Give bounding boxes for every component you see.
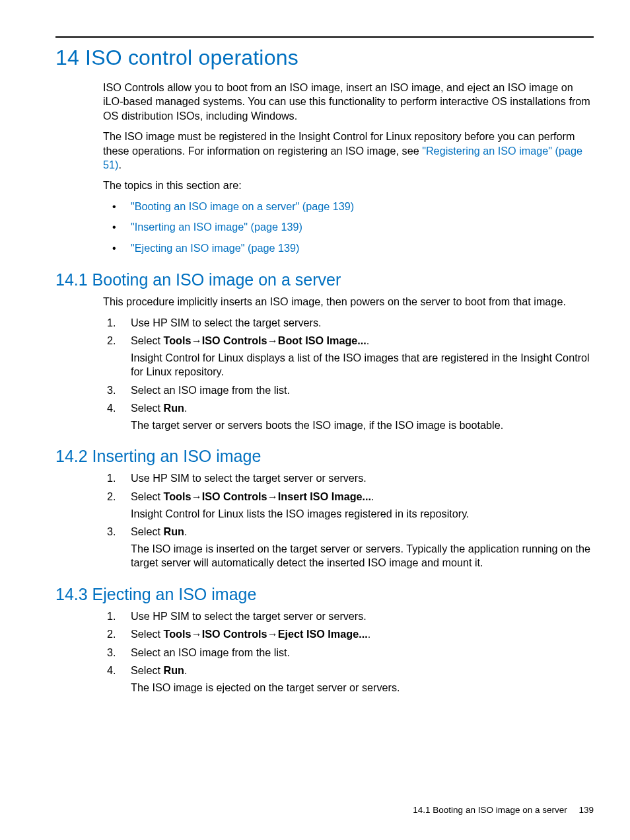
s3-step2-pre: Select xyxy=(131,628,164,640)
s2-step2-post: . xyxy=(371,490,374,502)
intro-para-3: The topics in this section are: xyxy=(103,178,594,192)
s1-step1-text: Use HP SIM to select the target servers. xyxy=(131,317,322,328)
s2-step-1: Use HP SIM to select the target server o… xyxy=(103,471,594,486)
s1-step4-sub: The target server or servers boots the I… xyxy=(131,418,594,433)
s3-step2-b3: Eject ISO Image... xyxy=(278,628,368,640)
s3-step4-sub: The ISO image is ejected on the target s… xyxy=(131,681,594,695)
s2-step2-b1: Tools xyxy=(164,490,192,502)
s2-step2-b3: Insert ISO Image... xyxy=(278,490,371,502)
link-toc-ejecting[interactable]: "Ejecting an ISO image" (page 139) xyxy=(131,242,299,254)
toc-list: "Booting an ISO image on a server" (page… xyxy=(103,200,594,256)
toc-item: "Ejecting an ISO image" (page 139) xyxy=(103,241,594,256)
s2-step3-pre: Select xyxy=(131,525,164,537)
s3-step-1: Use HP SIM to select the target server o… xyxy=(103,609,594,624)
toc-item: "Inserting an ISO image" (page 139) xyxy=(103,220,594,235)
s2-step1-text: Use HP SIM to select the target server o… xyxy=(131,472,367,484)
link-toc-booting[interactable]: "Booting an ISO image on a server" (page… xyxy=(131,200,354,212)
s2-step3-sub: The ISO image is inserted on the target … xyxy=(131,542,594,570)
s3-step4-post: . xyxy=(184,664,188,676)
s2-step2-b2: ISO Controls xyxy=(202,490,267,502)
s3-step2-b1: Tools xyxy=(164,628,192,640)
s1-step2-pre: Select xyxy=(131,334,164,346)
footer-page-number: 139 xyxy=(578,805,594,815)
s3-step3-text: Select an ISO image from the list. xyxy=(131,646,290,658)
s1-step4-b: Run xyxy=(164,402,184,414)
s2-steps: Use HP SIM to select the target server o… xyxy=(103,471,594,570)
s2-step2-pre: Select xyxy=(131,490,164,502)
s3-steps: Use HP SIM to select the target server o… xyxy=(103,609,594,695)
s3-step2-b2: ISO Controls xyxy=(202,628,267,640)
s1-step2-b1: Tools xyxy=(164,334,192,346)
section-14-2-title: 14.2 Inserting an ISO image xyxy=(55,447,594,466)
s3-step-4: Select Run. The ISO image is ejected on … xyxy=(103,664,594,695)
s1-step4-pre: Select xyxy=(131,402,164,414)
page-footer: 14.1 Booting an ISO image on a server 13… xyxy=(413,805,594,815)
s2-step3-b: Run xyxy=(164,525,184,537)
section-14-3-title: 14.3 Ejecting an ISO image xyxy=(55,585,594,604)
s1-steps: Use HP SIM to select the target servers.… xyxy=(103,316,594,433)
s1-step3-text: Select an ISO image from the list. xyxy=(131,384,290,396)
intro-p2-post: . xyxy=(118,159,122,171)
s1-step-2: Select Tools→ISO Controls→Boot ISO Image… xyxy=(103,334,594,379)
toc-item: "Booting an ISO image on a server" (page… xyxy=(103,200,594,214)
s2-step3-post: . xyxy=(184,525,188,537)
s3-step2-post: . xyxy=(368,628,371,640)
s1-intro: This procedure implicitly inserts an ISO… xyxy=(103,295,594,309)
footer-section-label: 14.1 Booting an ISO image on a server xyxy=(413,805,567,815)
s3-step1-text: Use HP SIM to select the target server o… xyxy=(131,610,367,622)
s1-step-3: Select an ISO image from the list. xyxy=(103,383,594,398)
s1-step2-post: . xyxy=(367,334,370,346)
s3-step4-pre: Select xyxy=(131,664,164,676)
s1-step2-b2: ISO Controls xyxy=(202,334,267,346)
s1-step-1: Use HP SIM to select the target servers. xyxy=(103,316,594,330)
s3-step-2: Select Tools→ISO Controls→Eject ISO Imag… xyxy=(103,627,594,642)
link-toc-inserting[interactable]: "Inserting an ISO image" (page 139) xyxy=(131,221,302,233)
s2-step-3: Select Run. The ISO image is inserted on… xyxy=(103,525,594,570)
s3-step-3: Select an ISO image from the list. xyxy=(103,646,594,660)
s2-step-2: Select Tools→ISO Controls→Insert ISO Ima… xyxy=(103,490,594,521)
chapter-title: 14 ISO control operations xyxy=(55,46,594,70)
s2-step2-sub: Insight Control for Linux lists the ISO … xyxy=(131,507,594,521)
s1-step4-post: . xyxy=(184,402,188,414)
section-14-1-title: 14.1 Booting an ISO image on a server xyxy=(55,270,594,289)
s1-step2-b3: Boot ISO Image... xyxy=(278,334,367,346)
s3-step4-b: Run xyxy=(164,664,184,676)
s1-step-4: Select Run. The target server or servers… xyxy=(103,401,594,432)
top-rule xyxy=(55,36,594,38)
s1-step2-sub: Insight Control for Linux displays a lis… xyxy=(131,351,594,379)
intro-para-2: The ISO image must be registered in the … xyxy=(103,130,594,172)
intro-para-1: ISO Controls allow you to boot from an I… xyxy=(103,81,594,123)
